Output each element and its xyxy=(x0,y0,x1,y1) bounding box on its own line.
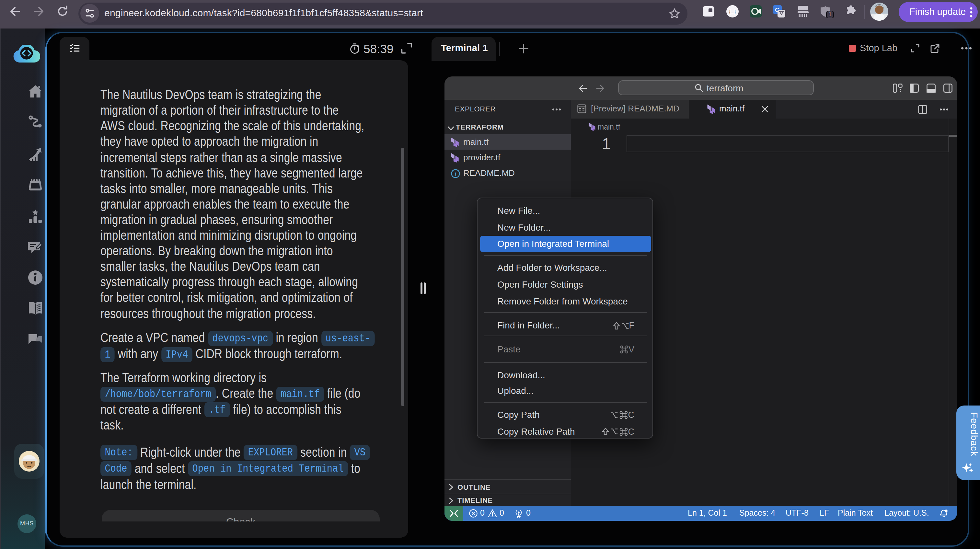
svg-text:{...}: {...} xyxy=(729,9,736,14)
svg-text:i: i xyxy=(454,170,456,177)
svg-text:1: 1 xyxy=(828,11,831,18)
